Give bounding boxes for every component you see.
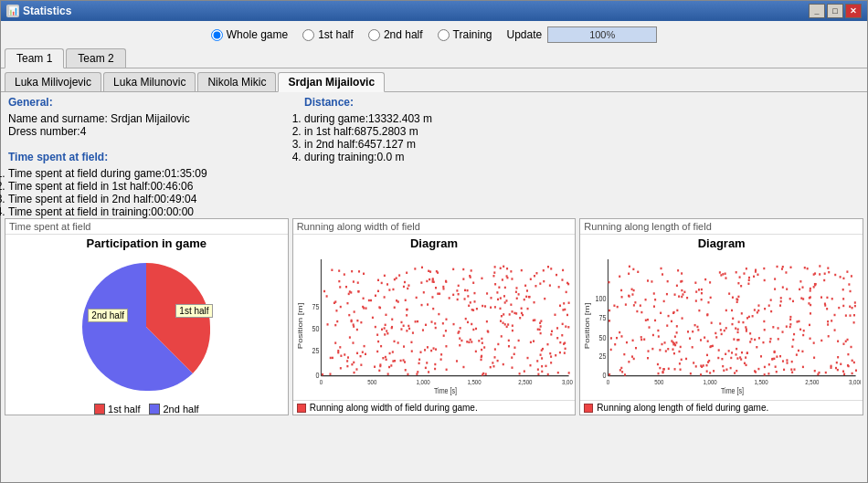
svg-rect-93: [334, 324, 336, 326]
svg-rect-577: [695, 365, 697, 367]
svg-rect-170: [336, 320, 338, 322]
svg-rect-117: [507, 340, 509, 341]
svg-rect-824: [760, 355, 762, 357]
svg-rect-471: [853, 362, 855, 363]
svg-rect-727: [731, 310, 733, 311]
player-tab-0[interactable]: Luka Milivojevic: [5, 72, 101, 91]
team-tab-1[interactable]: Team 1: [5, 48, 64, 68]
svg-rect-297: [456, 289, 458, 291]
svg-rect-722: [748, 277, 750, 278]
svg-rect-801: [721, 333, 723, 335]
distance-item-3: during training:0.0 m: [304, 151, 860, 163]
svg-rect-371: [431, 280, 433, 282]
svg-rect-145: [344, 353, 345, 355]
svg-rect-16: [537, 373, 539, 375]
svg-rect-142: [426, 280, 428, 282]
svg-rect-370: [496, 291, 498, 293]
svg-rect-693: [827, 297, 829, 299]
svg-rect-770: [663, 300, 665, 302]
svg-rect-622: [632, 340, 634, 341]
svg-rect-697: [736, 271, 737, 273]
svg-rect-33: [345, 286, 347, 288]
chart-panel-left: Time spent at field Participation in gam…: [5, 218, 289, 415]
info-right: Distance: during game:13332.403 m in 1st…: [297, 92, 863, 218]
svg-rect-630: [809, 324, 810, 326]
svg-rect-785: [837, 341, 839, 342]
svg-rect-286: [399, 360, 401, 362]
svg-rect-133: [536, 360, 538, 362]
svg-rect-290: [348, 314, 350, 316]
svg-rect-344: [486, 320, 488, 322]
svg-rect-132: [376, 351, 378, 352]
svg-rect-531: [851, 346, 852, 348]
svg-rect-328: [530, 341, 532, 343]
svg-rect-588: [768, 304, 770, 306]
svg-rect-157: [436, 270, 438, 272]
svg-rect-519: [745, 356, 746, 358]
svg-rect-196: [567, 326, 569, 328]
svg-rect-472: [726, 369, 728, 371]
svg-rect-211: [503, 287, 505, 289]
svg-rect-781: [676, 285, 678, 287]
radio-2nd-half: 2nd half: [368, 28, 423, 41]
svg-rect-688: [704, 278, 706, 280]
svg-rect-232: [469, 276, 471, 278]
radio-whole-game-input[interactable]: [211, 29, 223, 41]
svg-rect-322: [335, 310, 337, 311]
svg-rect-166: [365, 307, 366, 309]
svg-rect-763: [847, 339, 849, 341]
svg-rect-176: [482, 373, 483, 375]
svg-rect-41: [536, 329, 538, 331]
svg-rect-719: [777, 355, 778, 357]
svg-rect-289: [425, 324, 427, 326]
svg-rect-535: [810, 288, 811, 289]
legend-1st: 1st half: [94, 404, 140, 415]
svg-rect-690: [843, 373, 845, 375]
svg-rect-191: [386, 330, 387, 331]
svg-rect-522: [619, 331, 620, 333]
svg-rect-593: [804, 267, 806, 268]
svg-rect-461: [720, 322, 722, 324]
svg-rect-542: [679, 362, 681, 364]
svg-rect-304: [566, 282, 568, 284]
chart-right-body: Diagram Position [m] 0 25 50 75 100 0 50…: [580, 235, 863, 400]
maximize-button[interactable]: □: [827, 4, 843, 18]
svg-rect-631: [723, 273, 725, 275]
svg-rect-772: [660, 349, 662, 351]
team-tab-2[interactable]: Team 2: [66, 48, 125, 68]
svg-rect-669: [831, 320, 832, 321]
minimize-button[interactable]: _: [809, 4, 825, 18]
svg-rect-435: [791, 361, 793, 362]
svg-rect-775: [813, 273, 815, 275]
svg-rect-752: [749, 332, 751, 334]
svg-rect-98: [462, 268, 464, 270]
svg-rect-14: [414, 268, 416, 269]
svg-rect-428: [740, 285, 742, 287]
radio-2nd-half-input[interactable]: [368, 29, 380, 41]
svg-rect-140: [445, 330, 447, 331]
svg-rect-189: [526, 308, 528, 310]
player-tab-2[interactable]: Nikola Mikic: [197, 72, 276, 91]
svg-rect-99: [422, 329, 424, 331]
svg-rect-236: [422, 291, 424, 293]
radio-1st-half-input[interactable]: [302, 29, 314, 41]
svg-rect-358: [471, 323, 472, 325]
time-list: Time spent at field during game:01:35:09…: [8, 167, 293, 218]
svg-rect-760: [776, 371, 778, 373]
svg-rect-579: [775, 365, 777, 367]
svg-rect-228: [353, 310, 355, 312]
top-controls: Whole game 1st half 2nd half Training Up…: [1, 21, 867, 48]
team-tabs: Team 1 Team 2: [1, 48, 867, 68]
player-tab-1[interactable]: Luka Milunovic: [103, 72, 196, 91]
radio-training-input[interactable]: [438, 29, 450, 41]
player-tab-3[interactable]: Srdjan Mijailovic: [278, 72, 385, 92]
close-button[interactable]: ✕: [845, 4, 862, 18]
svg-rect-649: [736, 353, 737, 355]
svg-rect-782: [617, 306, 619, 308]
svg-rect-735: [841, 363, 842, 365]
svg-rect-602: [680, 346, 682, 348]
svg-rect-790: [693, 331, 694, 332]
svg-rect-374: [511, 356, 513, 358]
svg-rect-617: [718, 357, 720, 359]
svg-rect-468: [792, 300, 794, 302]
